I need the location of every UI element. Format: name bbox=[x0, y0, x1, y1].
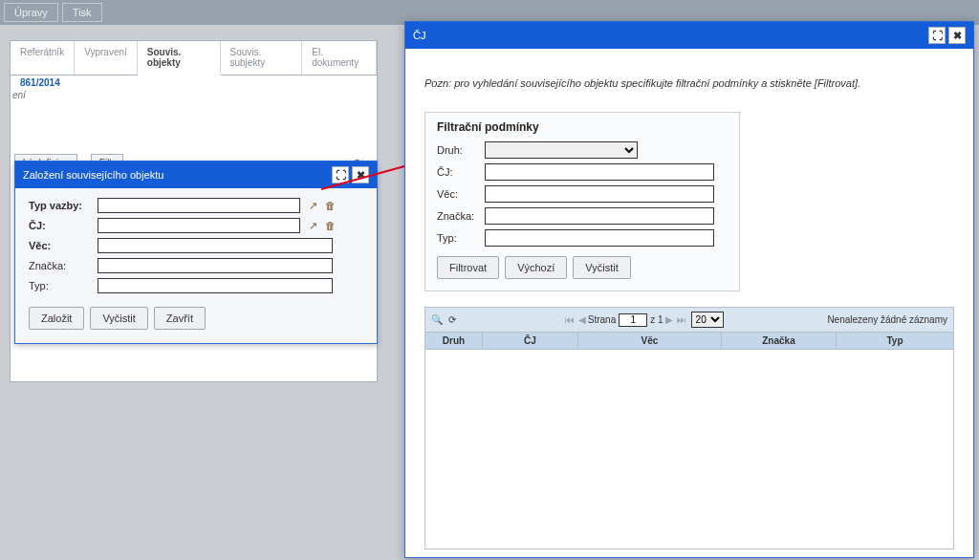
col-cj[interactable]: ČJ bbox=[483, 333, 578, 349]
typ-vazby-label: Typ vazby: bbox=[29, 200, 98, 211]
cj-input[interactable] bbox=[98, 218, 300, 233]
typ-input[interactable] bbox=[98, 278, 333, 293]
dialog-header[interactable]: Založení souvisejícího objektu ⛶ ✖ bbox=[15, 162, 377, 188]
tabs-bar: Referátník Vypravení Souvis. objekty Sou… bbox=[11, 41, 377, 75]
grid-body bbox=[425, 350, 953, 549]
typ-label: Typ: bbox=[29, 280, 98, 291]
search-icon[interactable]: 🔍 bbox=[431, 314, 443, 325]
per-page-select[interactable]: 20 bbox=[691, 312, 724, 328]
vec-filter-input[interactable] bbox=[485, 185, 714, 203]
doc-reference: 861/2014 bbox=[11, 75, 377, 90]
znacka-label: Značka: bbox=[437, 210, 485, 222]
druh-select[interactable] bbox=[485, 141, 638, 159]
close-button[interactable]: Zavřít bbox=[154, 307, 206, 330]
nav-prev-icon[interactable]: ◀ bbox=[578, 314, 586, 325]
znacka-input[interactable] bbox=[98, 258, 333, 273]
col-vec[interactable]: Věc bbox=[578, 333, 722, 349]
typ-filter-input[interactable] bbox=[485, 229, 714, 247]
doc-subtext: ení bbox=[11, 90, 377, 104]
page-of-label: z 1 bbox=[650, 314, 663, 325]
lookup-icon[interactable]: ↗ bbox=[306, 199, 319, 212]
results-grid: 🔍 ⟳ ⏮ ◀ Strana z 1 ▶ ⏭ 20 Nenalezeny žád… bbox=[424, 307, 954, 549]
typ-vazby-input[interactable] bbox=[98, 198, 300, 213]
tab-souvis-subjekty[interactable]: Souvis. subjekty bbox=[221, 41, 303, 75]
tab-souvis-objekty[interactable]: Souvis. objekty bbox=[138, 41, 221, 75]
col-typ[interactable]: Typ bbox=[837, 333, 953, 349]
empty-message: Nenalezeny žádné záznamy bbox=[827, 314, 947, 325]
grid-header: Druh ČJ Věc Značka Typ bbox=[425, 332, 953, 350]
nav-first-icon[interactable]: ⏮ bbox=[565, 314, 575, 325]
tab-referatnik[interactable]: Referátník bbox=[11, 41, 75, 75]
vec-label: Věc: bbox=[29, 240, 98, 251]
page-label: Strana bbox=[588, 314, 616, 325]
typ-label: Typ: bbox=[437, 232, 485, 244]
cj-label: ČJ: bbox=[29, 220, 98, 231]
druh-label: Druh: bbox=[437, 144, 485, 156]
create-button[interactable]: Založit bbox=[29, 307, 84, 330]
tab-el-dokumenty[interactable]: El. dokumenty bbox=[302, 41, 377, 75]
vec-label: Věc: bbox=[437, 188, 485, 200]
filter-button[interactable]: Filtrovat bbox=[437, 256, 499, 279]
trash-icon[interactable]: 🗑 bbox=[323, 219, 337, 232]
dialog-title: ČJ bbox=[413, 30, 925, 41]
dialog-header[interactable]: ČJ ⛶ ✖ bbox=[405, 22, 973, 49]
cj-lookup-dialog: ČJ ⛶ ✖ Pozn: pro vyhledání souvisejícího… bbox=[404, 21, 974, 558]
lookup-icon[interactable]: ↗ bbox=[306, 219, 319, 232]
refresh-icon[interactable]: ⟳ bbox=[448, 314, 456, 325]
trash-icon[interactable]: 🗑 bbox=[323, 199, 337, 212]
page-input[interactable] bbox=[619, 313, 647, 327]
znacka-label: Značka: bbox=[29, 260, 98, 271]
expand-icon[interactable]: ⛶ bbox=[332, 166, 349, 183]
page-background: Referátník Vypravení Souvis. objekty Sou… bbox=[0, 25, 979, 560]
col-druh[interactable]: Druh bbox=[425, 333, 483, 349]
znacka-filter-input[interactable] bbox=[485, 207, 714, 225]
close-icon[interactable]: ✖ bbox=[352, 166, 369, 183]
clear-button[interactable]: Vyčistit bbox=[90, 307, 147, 330]
cj-filter-input[interactable] bbox=[485, 163, 714, 181]
filter-conditions-box: Filtrační podmínky Druh: ČJ: Věc: Značka… bbox=[424, 112, 740, 291]
print-button[interactable]: Tisk bbox=[62, 3, 102, 22]
edit-button[interactable]: Úpravy bbox=[4, 3, 58, 22]
nav-last-icon[interactable]: ⏭ bbox=[677, 314, 686, 325]
expand-icon[interactable]: ⛶ bbox=[928, 27, 946, 44]
clear-button[interactable]: Vyčistit bbox=[573, 256, 630, 279]
dialog-title: Založení souvisejícího objektu bbox=[23, 169, 329, 181]
default-button[interactable]: Výchozí bbox=[505, 256, 567, 279]
cj-label: ČJ: bbox=[437, 166, 485, 178]
grid-toolbar: 🔍 ⟳ ⏮ ◀ Strana z 1 ▶ ⏭ 20 Nenalezeny žád… bbox=[425, 308, 953, 332]
tab-vypraveni[interactable]: Vypravení bbox=[75, 41, 138, 75]
col-znacka[interactable]: Značka bbox=[722, 333, 837, 349]
close-icon[interactable]: ✖ bbox=[948, 27, 966, 44]
vec-input[interactable] bbox=[98, 238, 333, 253]
create-related-object-dialog: Založení souvisejícího objektu ⛶ ✖ Typ v… bbox=[14, 161, 378, 344]
nav-next-icon[interactable]: ▶ bbox=[665, 314, 673, 325]
dialog-hint: Pozn: pro vyhledání souvisejícího objekt… bbox=[424, 77, 954, 89]
filter-title: Filtrační podmínky bbox=[437, 120, 728, 134]
